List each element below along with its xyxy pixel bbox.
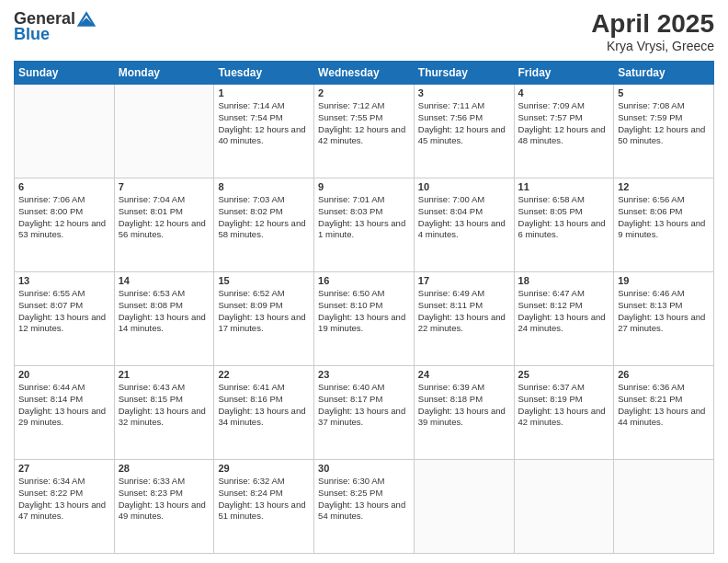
day-number: 2 bbox=[318, 87, 410, 98]
day-info: Sunrise: 6:40 AM Sunset: 8:17 PM Dayligh… bbox=[318, 382, 410, 429]
calendar-cell: 24Sunrise: 6:39 AM Sunset: 8:18 PM Dayli… bbox=[414, 366, 514, 460]
logo-icon bbox=[77, 10, 96, 29]
day-info: Sunrise: 6:33 AM Sunset: 8:23 PM Dayligh… bbox=[119, 476, 210, 523]
day-info: Sunrise: 6:52 AM Sunset: 8:09 PM Dayligh… bbox=[218, 288, 310, 335]
calendar-cell: 23Sunrise: 6:40 AM Sunset: 8:17 PM Dayli… bbox=[314, 366, 415, 460]
day-info: Sunrise: 7:06 AM Sunset: 8:00 PM Dayligh… bbox=[18, 194, 110, 241]
day-number: 13 bbox=[18, 275, 110, 286]
calendar-cell bbox=[15, 85, 115, 178]
calendar-cell: 26Sunrise: 6:36 AM Sunset: 8:21 PM Dayli… bbox=[614, 366, 714, 460]
day-number: 16 bbox=[318, 275, 410, 286]
calendar-cell: 27Sunrise: 6:34 AM Sunset: 8:22 PM Dayli… bbox=[15, 460, 115, 554]
calendar-cell: 13Sunrise: 6:55 AM Sunset: 8:07 PM Dayli… bbox=[15, 272, 115, 366]
day-number: 19 bbox=[618, 275, 710, 286]
day-number: 8 bbox=[218, 181, 310, 192]
calendar-cell: 19Sunrise: 6:46 AM Sunset: 8:13 PM Dayli… bbox=[614, 272, 714, 366]
calendar-cell: 4Sunrise: 7:09 AM Sunset: 7:57 PM Daylig… bbox=[514, 85, 614, 178]
calendar-cell: 25Sunrise: 6:37 AM Sunset: 8:19 PM Dayli… bbox=[514, 366, 614, 460]
day-number: 20 bbox=[18, 369, 110, 380]
week-row-1: 6Sunrise: 7:06 AM Sunset: 8:00 PM Daylig… bbox=[15, 178, 714, 272]
day-number: 6 bbox=[18, 181, 110, 192]
calendar-cell: 5Sunrise: 7:08 AM Sunset: 7:59 PM Daylig… bbox=[614, 85, 714, 178]
day-info: Sunrise: 6:53 AM Sunset: 8:08 PM Dayligh… bbox=[119, 288, 210, 335]
title-block: April 2025 Krya Vrysi, Greece bbox=[591, 9, 714, 53]
calendar-cell bbox=[414, 460, 514, 554]
day-number: 26 bbox=[618, 369, 710, 380]
day-number: 22 bbox=[218, 369, 310, 380]
week-row-2: 13Sunrise: 6:55 AM Sunset: 8:07 PM Dayli… bbox=[15, 272, 714, 366]
day-info: Sunrise: 7:01 AM Sunset: 8:03 PM Dayligh… bbox=[318, 194, 410, 241]
calendar-cell: 1Sunrise: 7:14 AM Sunset: 7:54 PM Daylig… bbox=[214, 85, 314, 178]
day-number: 12 bbox=[618, 181, 710, 192]
day-number: 28 bbox=[119, 463, 210, 474]
calendar-cell: 7Sunrise: 7:04 AM Sunset: 8:01 PM Daylig… bbox=[114, 178, 214, 272]
day-info: Sunrise: 6:39 AM Sunset: 8:18 PM Dayligh… bbox=[418, 382, 510, 429]
week-row-4: 27Sunrise: 6:34 AM Sunset: 8:22 PM Dayli… bbox=[15, 460, 714, 554]
day-info: Sunrise: 6:34 AM Sunset: 8:22 PM Dayligh… bbox=[18, 476, 110, 523]
weekday-header-tuesday: Tuesday bbox=[214, 62, 314, 85]
day-number: 27 bbox=[18, 463, 110, 474]
day-info: Sunrise: 6:44 AM Sunset: 8:14 PM Dayligh… bbox=[18, 382, 110, 429]
day-info: Sunrise: 6:46 AM Sunset: 8:13 PM Dayligh… bbox=[618, 288, 710, 335]
day-number: 29 bbox=[218, 463, 310, 474]
day-info: Sunrise: 7:04 AM Sunset: 8:01 PM Dayligh… bbox=[119, 194, 210, 241]
weekday-header-wednesday: Wednesday bbox=[314, 62, 415, 85]
day-info: Sunrise: 6:55 AM Sunset: 8:07 PM Dayligh… bbox=[18, 288, 110, 335]
calendar-table: SundayMondayTuesdayWednesdayThursdayFrid… bbox=[14, 61, 714, 554]
calendar-cell bbox=[514, 460, 614, 554]
calendar-cell: 11Sunrise: 6:58 AM Sunset: 8:05 PM Dayli… bbox=[514, 178, 614, 272]
weekday-header-monday: Monday bbox=[114, 62, 214, 85]
calendar-cell: 30Sunrise: 6:30 AM Sunset: 8:25 PM Dayli… bbox=[314, 460, 415, 554]
week-row-3: 20Sunrise: 6:44 AM Sunset: 8:14 PM Dayli… bbox=[15, 366, 714, 460]
day-number: 18 bbox=[518, 275, 610, 286]
day-number: 30 bbox=[318, 463, 410, 474]
day-number: 3 bbox=[418, 87, 510, 98]
calendar-cell: 14Sunrise: 6:53 AM Sunset: 8:08 PM Dayli… bbox=[114, 272, 214, 366]
day-info: Sunrise: 6:32 AM Sunset: 8:24 PM Dayligh… bbox=[218, 476, 310, 523]
day-number: 25 bbox=[518, 369, 610, 380]
calendar-cell: 16Sunrise: 6:50 AM Sunset: 8:10 PM Dayli… bbox=[314, 272, 415, 366]
calendar-cell: 2Sunrise: 7:12 AM Sunset: 7:55 PM Daylig… bbox=[314, 85, 415, 178]
day-info: Sunrise: 7:08 AM Sunset: 7:59 PM Dayligh… bbox=[618, 100, 710, 147]
logo-blue: Blue bbox=[14, 25, 50, 44]
logo: General Blue bbox=[14, 9, 96, 44]
calendar-cell: 8Sunrise: 7:03 AM Sunset: 8:02 PM Daylig… bbox=[214, 178, 314, 272]
weekday-header-saturday: Saturday bbox=[614, 62, 714, 85]
day-number: 5 bbox=[618, 87, 710, 98]
day-info: Sunrise: 7:00 AM Sunset: 8:04 PM Dayligh… bbox=[418, 194, 510, 241]
day-number: 17 bbox=[418, 275, 510, 286]
day-number: 7 bbox=[119, 181, 210, 192]
day-info: Sunrise: 6:30 AM Sunset: 8:25 PM Dayligh… bbox=[318, 476, 410, 523]
calendar-cell: 10Sunrise: 7:00 AM Sunset: 8:04 PM Dayli… bbox=[414, 178, 514, 272]
day-number: 1 bbox=[218, 87, 310, 98]
day-info: Sunrise: 7:03 AM Sunset: 8:02 PM Dayligh… bbox=[218, 194, 310, 241]
week-row-0: 1Sunrise: 7:14 AM Sunset: 7:54 PM Daylig… bbox=[15, 85, 714, 178]
calendar-cell: 9Sunrise: 7:01 AM Sunset: 8:03 PM Daylig… bbox=[314, 178, 415, 272]
day-info: Sunrise: 6:49 AM Sunset: 8:11 PM Dayligh… bbox=[418, 288, 510, 335]
day-info: Sunrise: 6:36 AM Sunset: 8:21 PM Dayligh… bbox=[618, 382, 710, 429]
day-info: Sunrise: 6:37 AM Sunset: 8:19 PM Dayligh… bbox=[518, 382, 610, 429]
day-info: Sunrise: 6:56 AM Sunset: 8:06 PM Dayligh… bbox=[618, 194, 710, 241]
day-info: Sunrise: 7:14 AM Sunset: 7:54 PM Dayligh… bbox=[218, 100, 310, 147]
calendar-cell: 21Sunrise: 6:43 AM Sunset: 8:15 PM Dayli… bbox=[114, 366, 214, 460]
weekday-header-friday: Friday bbox=[514, 62, 614, 85]
day-info: Sunrise: 6:50 AM Sunset: 8:10 PM Dayligh… bbox=[318, 288, 410, 335]
calendar-cell bbox=[614, 460, 714, 554]
page: General Blue April 2025 Krya Vrysi, Gree… bbox=[0, 0, 728, 563]
day-number: 9 bbox=[318, 181, 410, 192]
day-info: Sunrise: 7:11 AM Sunset: 7:56 PM Dayligh… bbox=[418, 100, 510, 147]
calendar-cell: 18Sunrise: 6:47 AM Sunset: 8:12 PM Dayli… bbox=[514, 272, 614, 366]
day-number: 24 bbox=[418, 369, 510, 380]
weekday-header-row: SundayMondayTuesdayWednesdayThursdayFrid… bbox=[15, 62, 714, 85]
day-info: Sunrise: 6:58 AM Sunset: 8:05 PM Dayligh… bbox=[518, 194, 610, 241]
weekday-header-sunday: Sunday bbox=[15, 62, 115, 85]
calendar-cell: 17Sunrise: 6:49 AM Sunset: 8:11 PM Dayli… bbox=[414, 272, 514, 366]
header: General Blue April 2025 Krya Vrysi, Gree… bbox=[14, 9, 714, 53]
weekday-header-thursday: Thursday bbox=[414, 62, 514, 85]
day-info: Sunrise: 7:09 AM Sunset: 7:57 PM Dayligh… bbox=[518, 100, 610, 147]
calendar-cell: 22Sunrise: 6:41 AM Sunset: 8:16 PM Dayli… bbox=[214, 366, 314, 460]
calendar-cell: 15Sunrise: 6:52 AM Sunset: 8:09 PM Dayli… bbox=[214, 272, 314, 366]
day-info: Sunrise: 6:43 AM Sunset: 8:15 PM Dayligh… bbox=[119, 382, 210, 429]
day-number: 14 bbox=[119, 275, 210, 286]
calendar-cell: 28Sunrise: 6:33 AM Sunset: 8:23 PM Dayli… bbox=[114, 460, 214, 554]
